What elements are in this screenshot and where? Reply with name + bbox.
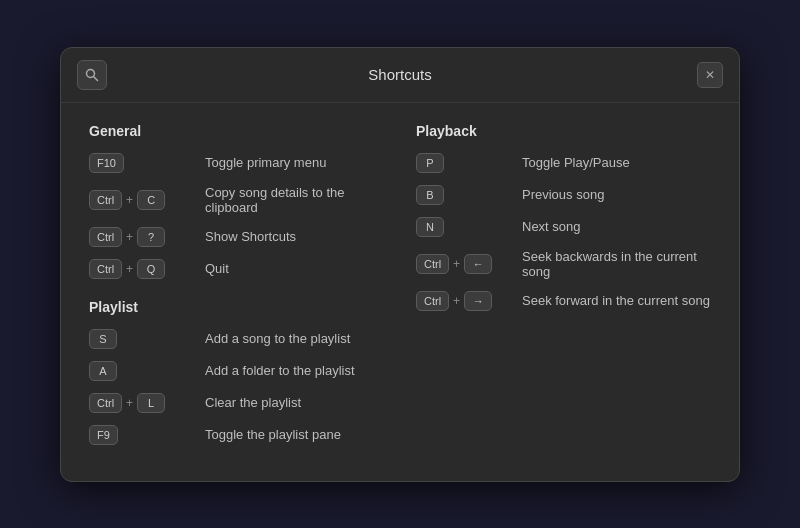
shortcut-label: Clear the playlist <box>205 395 384 410</box>
key-left: ← <box>464 254 492 274</box>
key-ctrl: Ctrl <box>89 259 122 279</box>
plus-sign: + <box>126 396 133 410</box>
search-icon <box>85 68 99 82</box>
key-l: L <box>137 393 165 413</box>
key-ctrl: Ctrl <box>89 190 122 210</box>
dialog-title: Shortcuts <box>368 66 431 83</box>
shortcut-keys: Ctrl + ← <box>416 254 516 274</box>
playback-section: Playback P Toggle Play/Pause B Previous … <box>416 123 711 311</box>
shortcut-label: Toggle the playlist pane <box>205 427 384 442</box>
shortcut-keys: B <box>416 185 516 205</box>
key-question: ? <box>137 227 165 247</box>
shortcuts-dialog: Shortcuts ✕ General F10 Toggle primary m… <box>60 47 740 482</box>
shortcut-keys: F9 <box>89 425 199 445</box>
shortcut-label: Show Shortcuts <box>205 229 384 244</box>
shortcut-label: Add a folder to the playlist <box>205 363 384 378</box>
shortcut-row: Ctrl + → Seek forward in the current son… <box>416 291 711 311</box>
shortcut-row: A Add a folder to the playlist <box>89 361 384 381</box>
shortcut-row: B Previous song <box>416 185 711 205</box>
shortcut-keys: Ctrl + Q <box>89 259 199 279</box>
shortcut-label: Toggle Play/Pause <box>522 155 711 170</box>
key-p: P <box>416 153 444 173</box>
left-column: General F10 Toggle primary menu Ctrl + C… <box>89 123 384 457</box>
shortcut-keys: F10 <box>89 153 199 173</box>
shortcut-label: Seek backwards in the current song <box>522 249 711 279</box>
key-c: C <box>137 190 165 210</box>
shortcut-row: F10 Toggle primary menu <box>89 153 384 173</box>
playlist-section: Playlist S Add a song to the playlist A … <box>89 299 384 445</box>
plus-sign: + <box>453 294 460 308</box>
shortcut-keys: N <box>416 217 516 237</box>
key-ctrl: Ctrl <box>416 254 449 274</box>
key-ctrl: Ctrl <box>89 227 122 247</box>
dialog-header: Shortcuts ✕ <box>61 48 739 103</box>
key-f10: F10 <box>89 153 124 173</box>
shortcut-label: Seek forward in the current song <box>522 293 711 308</box>
shortcut-label: Next song <box>522 219 711 234</box>
plus-sign: + <box>126 230 133 244</box>
shortcut-row: N Next song <box>416 217 711 237</box>
shortcut-keys: Ctrl + C <box>89 190 199 210</box>
shortcut-label: Previous song <box>522 187 711 202</box>
shortcut-label: Copy song details to the clipboard <box>205 185 384 215</box>
key-a: A <box>89 361 117 381</box>
shortcut-row: Ctrl + ← Seek backwards in the current s… <box>416 249 711 279</box>
general-section: General F10 Toggle primary menu Ctrl + C… <box>89 123 384 279</box>
key-f9: F9 <box>89 425 118 445</box>
shortcut-row: Ctrl + C Copy song details to the clipbo… <box>89 185 384 215</box>
shortcut-keys: Ctrl + → <box>416 291 516 311</box>
shortcut-keys: A <box>89 361 199 381</box>
shortcut-row: S Add a song to the playlist <box>89 329 384 349</box>
key-b: B <box>416 185 444 205</box>
plus-sign: + <box>453 257 460 271</box>
plus-sign: + <box>126 193 133 207</box>
plus-sign: + <box>126 262 133 276</box>
key-ctrl: Ctrl <box>89 393 122 413</box>
shortcut-label: Add a song to the playlist <box>205 331 384 346</box>
shortcut-row: F9 Toggle the playlist pane <box>89 425 384 445</box>
dialog-content: General F10 Toggle primary menu Ctrl + C… <box>61 103 739 481</box>
close-button[interactable]: ✕ <box>697 62 723 88</box>
shortcut-row: Ctrl + ? Show Shortcuts <box>89 227 384 247</box>
shortcut-label: Quit <box>205 261 384 276</box>
playback-title: Playback <box>416 123 711 139</box>
shortcut-row: P Toggle Play/Pause <box>416 153 711 173</box>
shortcut-row: Ctrl + Q Quit <box>89 259 384 279</box>
right-column: Playback P Toggle Play/Pause B Previous … <box>416 123 711 457</box>
shortcut-row: Ctrl + L Clear the playlist <box>89 393 384 413</box>
shortcut-keys: S <box>89 329 199 349</box>
shortcut-label: Toggle primary menu <box>205 155 384 170</box>
key-s: S <box>89 329 117 349</box>
shortcut-keys: Ctrl + ? <box>89 227 199 247</box>
key-q: Q <box>137 259 165 279</box>
shortcut-keys: Ctrl + L <box>89 393 199 413</box>
svg-line-1 <box>94 76 98 80</box>
key-ctrl: Ctrl <box>416 291 449 311</box>
key-n: N <box>416 217 444 237</box>
shortcut-keys: P <box>416 153 516 173</box>
playlist-title: Playlist <box>89 299 384 315</box>
search-button[interactable] <box>77 60 107 90</box>
key-right: → <box>464 291 492 311</box>
general-title: General <box>89 123 384 139</box>
